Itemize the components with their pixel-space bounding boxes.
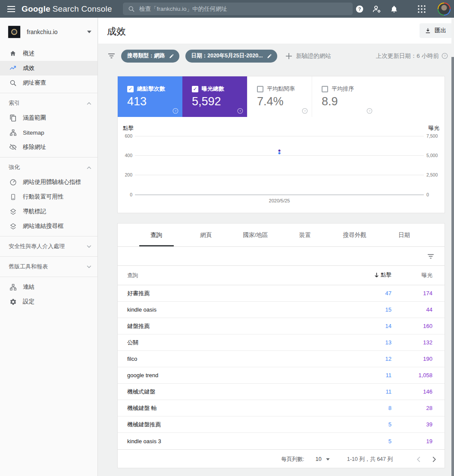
table-row[interactable]: 機械式鍵盤 11 146 — [118, 384, 445, 400]
last-updated: 上次更新日期：6 小時前 ? — [376, 52, 448, 60]
table-row[interactable]: 好書推薦 47 174 — [118, 285, 445, 302]
core-web-vitals-icon — [9, 179, 17, 186]
table-row[interactable]: kindle oasis 15 44 — [118, 302, 445, 318]
help-circle-icon[interactable]: ? — [441, 53, 448, 59]
section-index[interactable]: 索引 — [0, 96, 97, 110]
checkbox-unchecked-icon[interactable] — [257, 86, 263, 92]
sitemap-icon — [9, 129, 17, 136]
section-enhancements[interactable]: 強化 — [0, 160, 97, 175]
notifications-button[interactable] — [386, 1, 402, 17]
table-row[interactable]: filco 12 190 — [118, 351, 445, 367]
metric-value: 8.9 — [322, 95, 376, 108]
tab-dates[interactable]: 日期 — [379, 224, 429, 246]
column-header-clicks[interactable]: 點擊 — [346, 271, 391, 279]
next-page-button[interactable] — [426, 451, 442, 467]
plus-icon — [286, 53, 292, 59]
export-button[interactable]: 匯出 — [420, 23, 452, 38]
url-inspect-search-input[interactable]: 檢查「frankchiu.io」中的任何網址 — [123, 3, 353, 15]
table-row[interactable]: 公關 13 132 — [118, 334, 445, 351]
clicks-data-point[interactable] — [279, 152, 281, 154]
right-tick: 2,500 — [426, 172, 445, 177]
svg-text:?: ? — [444, 54, 446, 58]
date-filter-chip[interactable]: 日期：2020年5月25日-2020... — [185, 50, 277, 63]
breadcrumbs-icon — [9, 208, 17, 215]
column-header-impressions[interactable]: 曝光 — [391, 272, 432, 279]
user-settings-button[interactable] — [369, 1, 385, 17]
metric-total-impressions[interactable]: ✓ 曝光總數 5,592 ? — [182, 76, 247, 117]
divider — [0, 256, 97, 257]
right-tick: 0 — [426, 192, 445, 197]
tab-queries[interactable]: 查詢 — [132, 224, 181, 246]
timeseries-chart[interactable]: 點擊 曝光 600 400 200 0 7,500 5,000 2,500 0 … — [118, 117, 445, 214]
filter-funnel-button[interactable] — [108, 53, 115, 59]
metric-average-ctr[interactable]: 平均點閱率 7.4% ? — [247, 76, 312, 117]
table-row[interactable]: 機械鍵盤 軸 8 28 — [118, 400, 445, 416]
section-security-manual-actions[interactable]: 安全性與專人介入處理 — [0, 239, 97, 254]
sidebar-item-overview[interactable]: 概述 — [0, 46, 97, 61]
sidebar-item-sitelinks-searchbox[interactable]: 網站連結搜尋框 — [0, 219, 97, 233]
help-circle-icon[interactable]: ? — [172, 108, 178, 114]
checkbox-unchecked-icon[interactable] — [322, 86, 328, 92]
impressions-data-point[interactable] — [279, 150, 281, 152]
tab-countries[interactable]: 國家/地區 — [231, 224, 280, 246]
removals-icon — [9, 143, 17, 151]
metric-total-clicks[interactable]: ✓ 總點擊次數 413 ? — [118, 76, 182, 117]
divider — [0, 93, 97, 93]
sidebar-item-coverage[interactable]: 涵蓋範圍 — [0, 110, 97, 125]
rows-per-page-select[interactable]: 10 — [316, 456, 330, 462]
gridline — [135, 175, 424, 175]
page-scrollbar-thumb[interactable] — [451, 57, 454, 476]
table-row[interactable]: kindle oasis 3 5 19 — [118, 433, 445, 449]
search-type-filter-chip[interactable]: 搜尋類型：網路 — [121, 50, 179, 63]
right-axis-title: 曝光 — [429, 125, 439, 132]
chevron-up-icon — [87, 166, 91, 169]
sidebar-item-url-inspection[interactable]: 網址審查 — [0, 76, 97, 90]
url-inspection-icon — [9, 79, 17, 87]
sidebar: frankchiu.io 概述 成效 網址審查 索引 涵蓋範圍 Sitemap — [0, 18, 98, 476]
sidebar-item-settings[interactable]: 設定 — [0, 294, 97, 309]
property-name: frankchiu.io — [27, 28, 87, 35]
table-row[interactable]: 鍵盤推薦 14 160 — [118, 318, 445, 334]
tab-search-appearance[interactable]: 搜尋外觀 — [330, 224, 379, 246]
google-apps-button[interactable] — [413, 1, 430, 17]
sidebar-item-sitemap[interactable]: Sitemap — [0, 125, 97, 140]
logo-google: Google — [22, 4, 50, 13]
dimension-tabs: 查詢 網頁 國家/地區 裝置 搜尋外觀 日期 — [118, 224, 445, 247]
sidebar-item-links[interactable]: 連結 — [0, 280, 97, 294]
metric-value: 5,592 — [192, 95, 247, 108]
column-header-query[interactable]: 查詢 — [118, 272, 346, 279]
help-circle-icon[interactable]: ? — [302, 108, 308, 114]
chevron-down-icon — [87, 245, 91, 248]
tab-pages[interactable]: 網頁 — [181, 224, 231, 246]
account-avatar[interactable] — [438, 3, 451, 16]
table-row[interactable]: 機械鍵盤推薦 5 39 — [118, 416, 445, 433]
property-favicon — [8, 25, 21, 38]
help-button[interactable]: ? — [351, 1, 368, 17]
new-filter-button[interactable]: 新驗證的網站 — [286, 52, 331, 60]
chevron-right-icon — [432, 457, 436, 462]
table-row[interactable]: google trend 11 1,058 — [118, 367, 445, 384]
chevron-down-icon — [326, 458, 330, 460]
sidebar-item-core-web-vitals[interactable]: 網站使用體驗核心指標 — [0, 175, 97, 189]
previous-page-button[interactable] — [411, 451, 426, 467]
svg-text:?: ? — [304, 109, 306, 113]
checkbox-checked-icon[interactable]: ✓ — [127, 86, 134, 92]
sidebar-item-mobile-usability[interactable]: 行動裝置可用性 — [0, 189, 97, 204]
metric-average-position[interactable]: 平均排序 8.9 ? — [312, 76, 376, 117]
section-legacy-tools[interactable]: 舊版工具和報表 — [0, 259, 97, 274]
help-circle-icon[interactable]: ? — [366, 108, 373, 114]
chevron-left-icon — [417, 457, 420, 462]
property-selector[interactable]: frankchiu.io — [0, 24, 97, 40]
checkbox-checked-icon[interactable]: ✓ — [192, 86, 198, 92]
tab-devices[interactable]: 裝置 — [280, 224, 330, 246]
sidebar-item-breadcrumbs[interactable]: 導航標記 — [0, 204, 97, 219]
hamburger-menu-button[interactable] — [3, 0, 20, 18]
help-circle-icon[interactable]: ? — [237, 108, 243, 114]
chevron-down-icon — [87, 31, 91, 33]
table-filter-button[interactable] — [427, 254, 434, 259]
svg-text:?: ? — [239, 109, 241, 113]
top-app-bar: GoogleSearch Console 檢查「frankchiu.io」中的任… — [0, 0, 454, 18]
app-logo[interactable]: GoogleSearch Console — [22, 4, 112, 14]
sidebar-item-removals[interactable]: 移除網址 — [0, 140, 97, 154]
sidebar-item-performance[interactable]: 成效 — [0, 61, 97, 76]
